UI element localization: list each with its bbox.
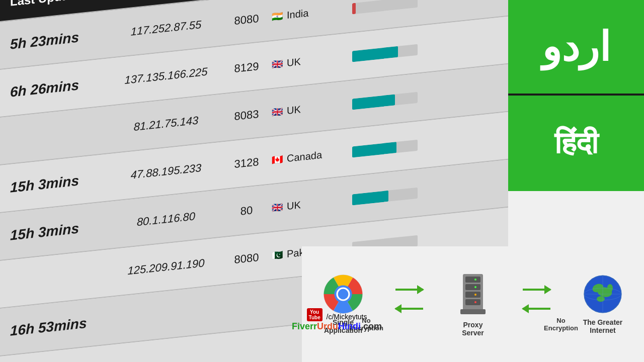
hindi-text: हिंदी <box>554 126 598 161</box>
ip-cell <box>111 356 221 362</box>
svg-point-18 <box>597 296 605 302</box>
speed-cell <box>352 186 433 205</box>
language-panel: اردو हिंदी <box>508 0 644 201</box>
svg-rect-13 <box>460 309 486 314</box>
ip-cell <box>111 309 221 320</box>
time-cell: 18h 16mins <box>10 360 111 362</box>
proxy-diagram: Single Application Prox <box>302 246 644 362</box>
port-cell: 3128 <box>221 154 272 172</box>
ip-cell: 117.252.87.55 <box>111 16 221 40</box>
speed-cell <box>352 138 433 157</box>
globe-label: The Greater Internet <box>583 318 623 334</box>
port-cell: 8080 <box>221 249 272 268</box>
ip-cell: 47.88.195.233 <box>111 159 221 184</box>
svg-point-12 <box>474 301 476 303</box>
urdu-text: اردو <box>542 24 610 70</box>
svg-rect-7 <box>465 292 480 298</box>
globe-icon <box>583 274 623 314</box>
time-cell: 15h 3mins <box>10 217 111 243</box>
server-item: Proxy Server <box>455 272 491 337</box>
watermark: YouTube /c/Mickeytuts FiverrUrduHindi.co… <box>292 308 382 332</box>
svg-rect-5 <box>465 277 480 283</box>
speed-cell <box>352 0 433 14</box>
time-cell <box>10 273 111 283</box>
arrow-pair-1 <box>395 285 423 314</box>
speed-cell <box>352 42 433 62</box>
port-cell: 8083 <box>221 106 272 125</box>
time-cell: 5h 23mins <box>10 26 111 52</box>
server-label: Proxy Server <box>462 321 484 337</box>
time-cell: 16h 53mins <box>10 312 111 339</box>
time-cell: 6h 26mins <box>10 73 111 100</box>
header-last-update: Last Update <box>10 0 111 9</box>
channel-text: /c/Mickeytuts <box>327 313 367 321</box>
port-cell: 8129 <box>221 58 272 77</box>
country-cell: 🇬🇧 UK <box>272 98 352 118</box>
svg-point-9 <box>474 279 476 281</box>
svg-point-11 <box>474 294 476 296</box>
time-cell <box>10 129 111 140</box>
urdu-text-mark: Urdu <box>317 321 338 331</box>
fiverr-text: Fiverr <box>292 321 317 331</box>
port-cell <box>221 351 272 357</box>
hindi-text-mark: Hindi <box>338 321 361 331</box>
svg-rect-6 <box>465 284 480 290</box>
svg-point-10 <box>474 286 476 288</box>
arrow-pair-2 <box>523 285 550 314</box>
hindi-box: हिंदी <box>508 96 644 191</box>
svg-rect-8 <box>465 299 480 305</box>
speed-cell <box>352 90 433 110</box>
ip-cell: 125.209.91.190 <box>111 254 221 279</box>
port-cell <box>221 304 272 309</box>
svg-point-3 <box>338 289 349 300</box>
youtube-icon: YouTube <box>307 308 323 321</box>
country-cell: 🇬🇧 UK <box>272 194 352 214</box>
ip-cell: 80.1.116.80 <box>111 207 221 231</box>
ip-cell: 81.21.75.143 <box>111 111 221 136</box>
country-cell: 🇨🇦 Canada <box>272 146 352 166</box>
country-cell: 🇮🇳 India <box>272 3 352 23</box>
port-cell: 80 <box>221 202 272 220</box>
domain-text: .com <box>361 321 382 331</box>
globe-item: The Greater Internet <box>583 274 623 334</box>
country-cell: 🇬🇧 UK <box>272 50 352 70</box>
time-cell: 15h 3mins <box>10 169 111 196</box>
svg-point-19 <box>607 284 613 292</box>
urdu-box: اردو <box>508 0 644 96</box>
port-cell: 8080 <box>221 11 272 29</box>
no-encryption-label-2: NoEncryption <box>543 317 579 332</box>
ip-cell: 137.135.166.225 <box>111 63 221 88</box>
server-icon <box>455 272 491 317</box>
